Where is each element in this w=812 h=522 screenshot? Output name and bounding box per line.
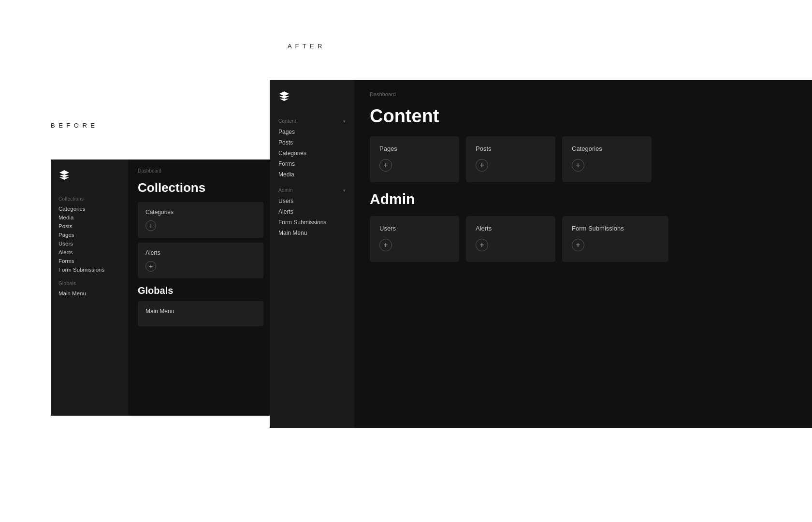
after-nav-forms[interactable]: Forms <box>278 159 346 169</box>
after-card-categories: Categories + <box>562 136 652 182</box>
after-content-group: Content ▾ <box>278 118 346 124</box>
after-nav-form-submissions[interactable]: Form Submissions <box>278 217 346 228</box>
before-card-categories: Categories + <box>138 202 263 238</box>
after-card-posts-title: Posts <box>476 145 546 152</box>
before-globals-group: Globals <box>58 281 120 286</box>
after-logo <box>278 90 346 104</box>
after-sidebar: Content ▾ Pages Posts Categories Forms M… <box>270 80 354 428</box>
after-breadcrumb: Dashboard <box>370 91 797 97</box>
after-card-alerts: Alerts + <box>466 216 555 262</box>
before-card-alerts-title: Alerts <box>145 249 256 256</box>
content-chevron-icon: ▾ <box>343 119 346 124</box>
after-nav-categories[interactable]: Categories <box>278 148 346 159</box>
before-card-categories-title: Categories <box>145 209 256 216</box>
after-card-users: Users + <box>370 216 459 262</box>
after-add-pages[interactable]: + <box>379 159 392 172</box>
after-nav-posts[interactable]: Posts <box>278 137 346 148</box>
before-card-main-menu: Main Menu <box>138 301 263 326</box>
after-card-users-title: Users <box>379 225 450 232</box>
before-card-alerts: Alerts + <box>138 243 263 278</box>
after-nav-alerts[interactable]: Alerts <box>278 206 346 217</box>
after-add-form-submissions[interactable]: + <box>572 239 584 251</box>
before-add-categories[interactable]: + <box>145 220 156 231</box>
after-section-content: Content <box>370 106 797 127</box>
before-sidebar: Collections Categories Media Posts Pages… <box>51 160 128 416</box>
after-main: Dashboard Content Pages + Posts + Catego… <box>354 80 812 428</box>
before-collections-group: Collections <box>58 196 120 202</box>
after-nav-media[interactable]: Media <box>278 169 346 180</box>
before-logo <box>58 169 120 183</box>
after-add-users[interactable]: + <box>379 239 392 251</box>
before-nav-posts[interactable]: Posts <box>58 222 120 231</box>
before-section-collections: Collections <box>138 180 263 195</box>
after-add-categories[interactable]: + <box>572 159 584 172</box>
after-card-form-submissions: Form Submissions + <box>562 216 668 262</box>
before-nav-users[interactable]: Users <box>58 239 120 248</box>
after-nav-main-menu[interactable]: Main Menu <box>278 228 346 238</box>
after-add-alerts[interactable]: + <box>476 239 488 251</box>
before-add-alerts[interactable]: + <box>145 261 156 272</box>
before-panel: Collections Categories Media Posts Pages… <box>51 160 273 416</box>
after-card-alerts-title: Alerts <box>476 225 546 232</box>
before-nav-media[interactable]: Media <box>58 213 120 222</box>
after-nav-pages[interactable]: Pages <box>278 127 346 137</box>
after-card-form-submissions-title: Form Submissions <box>572 225 659 232</box>
admin-chevron-icon: ▾ <box>343 188 346 193</box>
after-card-categories-title: Categories <box>572 145 642 152</box>
after-label: A F T E R <box>288 43 323 50</box>
after-content-cards-row: Pages + Posts + Categories + <box>370 136 797 182</box>
before-card-main-menu-title: Main Menu <box>145 308 256 315</box>
after-add-posts[interactable]: + <box>476 159 488 172</box>
after-admin-group: Admin ▾ <box>278 188 346 193</box>
before-nav-categories[interactable]: Categories <box>58 204 120 213</box>
after-panel: Content ▾ Pages Posts Categories Forms M… <box>270 80 812 428</box>
after-nav-users[interactable]: Users <box>278 196 346 206</box>
after-card-pages: Pages + <box>370 136 459 182</box>
after-card-pages-title: Pages <box>379 145 450 152</box>
before-nav-pages[interactable]: Pages <box>58 231 120 239</box>
before-nav-alerts[interactable]: Alerts <box>58 248 120 257</box>
after-card-posts: Posts + <box>466 136 555 182</box>
before-nav-forms[interactable]: Forms <box>58 257 120 265</box>
before-nav-form-submissions[interactable]: Form Submissions <box>58 265 120 274</box>
before-main: Dashboard Collections Categories + Alert… <box>128 160 273 416</box>
before-nav-main-menu[interactable]: Main Menu <box>58 289 120 298</box>
after-admin-cards-row: Users + Alerts + Form Submissions + <box>370 216 797 262</box>
after-section-admin: Admin <box>370 191 797 207</box>
before-label: B E F O R E <box>51 122 96 129</box>
before-section-globals: Globals <box>138 285 263 296</box>
before-breadcrumb: Dashboard <box>138 168 263 174</box>
